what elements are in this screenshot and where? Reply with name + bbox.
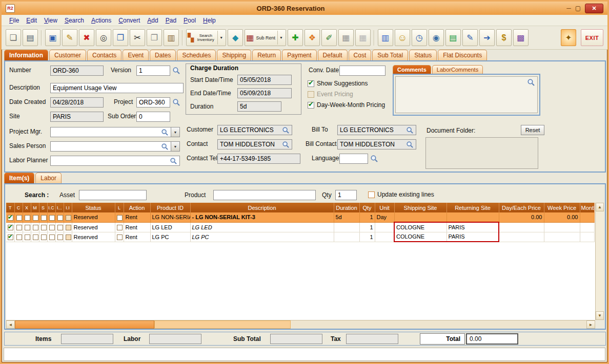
week-price-cell[interactable] bbox=[544, 232, 580, 242]
status-cell[interactable]: Reserved bbox=[72, 232, 115, 242]
row-checkbox[interactable] bbox=[49, 234, 55, 240]
row-checkbox[interactable] bbox=[16, 215, 22, 221]
sub-rent-button[interactable]: ▦ Sub Rent ▼ bbox=[245, 29, 286, 46]
row-checkbox-cell[interactable] bbox=[64, 212, 72, 222]
row-checkbox-cell[interactable]: ✔ bbox=[6, 212, 14, 222]
row-checkbox[interactable] bbox=[49, 225, 55, 230]
status-cell[interactable]: Reserved bbox=[72, 222, 115, 232]
status-cell[interactable]: Reserved bbox=[72, 212, 115, 222]
qty-input[interactable]: 1 bbox=[335, 190, 357, 200]
language-lookup-icon[interactable] bbox=[370, 155, 378, 163]
returning-site-cell[interactable]: PARIS bbox=[446, 222, 499, 232]
row-checkbox-cell[interactable] bbox=[14, 232, 23, 242]
lookup-icon[interactable] bbox=[170, 157, 177, 165]
row-checkbox-cell[interactable]: ✔ bbox=[6, 222, 14, 232]
edit-button[interactable]: ✎ bbox=[62, 29, 77, 46]
close-button[interactable]: ✕ bbox=[585, 4, 603, 13]
row-checkbox-cell[interactable] bbox=[31, 212, 39, 222]
row-select-checkbox[interactable]: ✔ bbox=[8, 225, 13, 230]
duration-cell[interactable] bbox=[334, 232, 359, 242]
l-cell[interactable] bbox=[115, 232, 124, 242]
shipping-site-cell[interactable]: COLOGNE bbox=[394, 232, 446, 242]
menu-actions[interactable]: Actions bbox=[88, 15, 115, 26]
week-price-cell[interactable] bbox=[544, 222, 580, 232]
tab-payment[interactable]: Payment bbox=[282, 50, 316, 60]
row-checkbox-cell[interactable] bbox=[55, 232, 64, 242]
chevron-down-icon[interactable]: ▼ bbox=[277, 31, 285, 45]
l-checkbox[interactable] bbox=[117, 225, 123, 230]
shipping-site-cell[interactable] bbox=[394, 212, 446, 222]
row-checkbox[interactable] bbox=[66, 215, 71, 221]
row-checkbox-cell[interactable] bbox=[39, 232, 47, 242]
tab-flat-discounts[interactable]: Flat Discounts bbox=[438, 50, 487, 60]
product-id-cell[interactable]: LG NON-SERIA... bbox=[150, 212, 190, 222]
print-button[interactable]: ▤ bbox=[23, 29, 38, 46]
tab-labor-comments[interactable]: LaborComments bbox=[432, 65, 483, 74]
l-cell[interactable] bbox=[115, 212, 124, 222]
search-inventory-button[interactable]: ▚ Search Inventory ▼ bbox=[186, 29, 226, 46]
comments-lookup-icon[interactable] bbox=[527, 78, 535, 87]
description-cell[interactable]: LG LED bbox=[190, 222, 334, 232]
report-button[interactable]: ▥ bbox=[378, 29, 393, 46]
unit-cell[interactable] bbox=[375, 222, 394, 232]
row-checkbox-cell[interactable] bbox=[47, 222, 55, 232]
row-checkbox[interactable] bbox=[66, 234, 71, 240]
tab-cost[interactable]: Cost bbox=[349, 50, 372, 60]
qty-cell[interactable]: 1 bbox=[359, 212, 375, 222]
feedback-button[interactable]: ☺ bbox=[395, 29, 410, 46]
duration-field[interactable]: 5d bbox=[237, 101, 281, 112]
row-checkbox-cell[interactable] bbox=[64, 222, 72, 232]
scroll-left-button[interactable]: ◄ bbox=[6, 320, 15, 329]
row-checkbox[interactable] bbox=[16, 225, 22, 230]
update-existing-lines-checkbox[interactable]: Update existing lines bbox=[368, 191, 434, 198]
menu-convert[interactable]: Convert bbox=[115, 15, 144, 26]
copy-button[interactable]: ❐ bbox=[147, 29, 162, 46]
menu-edit[interactable]: Edit bbox=[23, 15, 40, 26]
row-checkbox[interactable] bbox=[33, 215, 38, 221]
row-checkbox[interactable] bbox=[57, 225, 63, 230]
row-checkbox[interactable] bbox=[41, 215, 47, 221]
contact-tel-field[interactable]: +44-17-5349-1585 bbox=[217, 154, 300, 164]
tab-information[interactable]: Information bbox=[4, 50, 48, 60]
row-select-checkbox[interactable]: ✔ bbox=[8, 215, 13, 221]
month-price-cell[interactable] bbox=[580, 212, 594, 222]
date-created-field[interactable]: 04/28/2018 bbox=[50, 97, 104, 108]
menu-pad[interactable]: Pad bbox=[162, 15, 180, 26]
week-price-cell[interactable]: 0.00 bbox=[544, 212, 580, 222]
row-checkbox-cell[interactable] bbox=[14, 212, 23, 222]
delete-button[interactable]: ✖ bbox=[79, 29, 94, 46]
row-checkbox[interactable] bbox=[25, 215, 30, 221]
version-field[interactable]: 1 bbox=[136, 66, 170, 76]
bill-to-field[interactable]: LG ELECTRONICS bbox=[337, 125, 416, 135]
highlight-pen-button[interactable]: ✦ bbox=[561, 29, 576, 46]
month-price-cell[interactable] bbox=[580, 232, 594, 242]
reset-button[interactable]: Reset bbox=[521, 125, 544, 135]
action-cell[interactable]: Rent bbox=[124, 222, 150, 232]
chevron-down-icon[interactable]: ▼ bbox=[217, 31, 225, 45]
number-field[interactable]: ORD-360 bbox=[50, 66, 104, 76]
lookup-icon[interactable] bbox=[161, 129, 169, 136]
project-mgr-dropdown-button[interactable]: ▼ bbox=[171, 127, 180, 137]
horizontal-scroll-track[interactable] bbox=[15, 320, 586, 329]
row-checkbox-cell[interactable] bbox=[14, 222, 23, 232]
horizontal-scrollbar[interactable]: ◄ ► bbox=[6, 320, 595, 329]
fill-button[interactable]: ◆ bbox=[228, 29, 243, 46]
cut-button[interactable]: ✂ bbox=[130, 29, 145, 46]
row-checkbox[interactable] bbox=[25, 225, 30, 230]
row-checkbox-cell[interactable] bbox=[55, 212, 64, 222]
row-checkbox-cell[interactable] bbox=[39, 222, 47, 232]
row-checkbox[interactable] bbox=[49, 215, 55, 221]
description-cell[interactable]: - LG NON-SERIAL KIT-3 bbox=[190, 212, 334, 222]
duration-cell[interactable]: 5d bbox=[334, 212, 359, 222]
tab-event[interactable]: Event bbox=[123, 50, 149, 60]
pad-button[interactable]: ▦ bbox=[338, 29, 354, 46]
save-button[interactable]: ▣ bbox=[45, 29, 60, 46]
day-each-price-cell[interactable]: 0.00 bbox=[499, 212, 544, 222]
scroll-up-button[interactable]: ▲ bbox=[596, 203, 604, 211]
lookup-icon[interactable] bbox=[406, 126, 414, 134]
shipping-site-cell[interactable]: COLOGNE bbox=[394, 222, 446, 232]
tab-default[interactable]: Default bbox=[318, 50, 348, 60]
horizontal-scroll-thumb[interactable] bbox=[15, 320, 154, 329]
sales-person-dropdown-button[interactable]: ▼ bbox=[171, 141, 180, 152]
row-checkbox[interactable] bbox=[41, 234, 47, 240]
